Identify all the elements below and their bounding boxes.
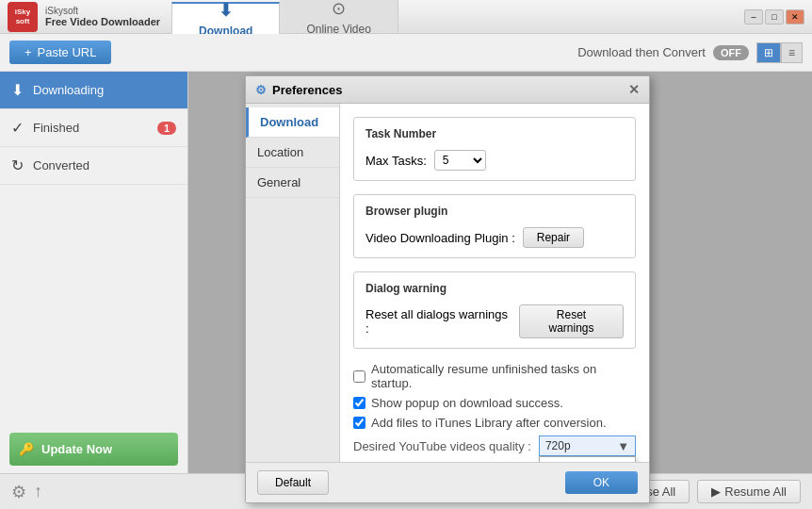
- dialog-content: Task Number Max Tasks: 5 1234 678 Br: [340, 104, 649, 462]
- tab-download[interactable]: ⬇ Download: [171, 2, 280, 35]
- app-logo: iSky soft: [8, 2, 38, 32]
- finished-icon: ✓: [11, 119, 24, 137]
- plugin-row: Video Downloading Plugin : Repair: [365, 227, 624, 248]
- minimize-button[interactable]: –: [744, 9, 763, 25]
- browser-plugin-title: Browser plugin: [365, 205, 624, 218]
- quality-dropdown-arrow[interactable]: ▼: [611, 437, 635, 455]
- dialog-body: Download Location General Task Number Ma…: [246, 104, 649, 462]
- close-button[interactable]: ✕: [786, 9, 804, 25]
- title-bar: iSky soft iSkysoft Free Video Downloader…: [0, 0, 812, 34]
- converted-icon: ↻: [11, 156, 24, 174]
- paste-url-button[interactable]: + Paste URL: [9, 41, 111, 64]
- update-now-label: Update Now: [41, 442, 112, 456]
- resume-icon: ▶: [711, 484, 721, 499]
- plugin-label: Video Downloading Plugin :: [365, 231, 515, 245]
- grid-view-button[interactable]: ⊞: [756, 42, 781, 63]
- show-popup-checkbox[interactable]: [353, 397, 365, 409]
- action-bar: + Paste URL Download then Convert OFF ⊞ …: [0, 34, 812, 72]
- tab-online-video-icon: ⊙: [332, 0, 346, 19]
- logo-text: iSky soft: [15, 8, 30, 25]
- tab-online-video[interactable]: ⊙ Online Video: [280, 0, 398, 33]
- prefs-icon: ⚙: [255, 83, 267, 97]
- quality-dropdown: 2160p 1440p 1080p 720p 480p 360p 240p: [539, 456, 636, 462]
- dialog-warning-section: Dialog warning Reset all dialogs warning…: [353, 271, 636, 349]
- checkbox-itunes: Add files to iTunes Library after conver…: [353, 416, 636, 430]
- sidebar-item-downloading-label: Downloading: [33, 83, 176, 97]
- sidebar-item-converted-label: Converted: [33, 158, 176, 172]
- quality-label: Desired YouTube videos quality :: [353, 439, 531, 453]
- task-number-section: Task Number Max Tasks: 5 1234 678: [353, 117, 636, 181]
- settings-icon[interactable]: ⚙: [11, 482, 26, 502]
- nav-item-general[interactable]: General: [246, 168, 339, 198]
- downloading-icon: ⬇: [11, 81, 24, 99]
- view-toggle: ⊞ ≡: [756, 42, 803, 63]
- sidebar: ⬇ Downloading ✓ Finished 1 ↻ Converted 🔑…: [0, 72, 188, 473]
- download-convert-toggle[interactable]: OFF: [713, 45, 749, 60]
- default-button[interactable]: Default: [257, 470, 329, 473]
- quality-row: Desired YouTube videos quality : ▼ 2160p…: [353, 435, 636, 456]
- dialog-close-button[interactable]: ✕: [628, 82, 640, 97]
- quality-input-row: ▼: [539, 435, 636, 456]
- task-number-title: Task Number: [365, 127, 624, 140]
- tab-download-icon: ⬇: [219, 0, 233, 21]
- resume-all-button[interactable]: ▶ Resume All: [697, 480, 801, 503]
- dialog-footer: Default OK: [246, 462, 649, 473]
- ok-button[interactable]: OK: [565, 471, 638, 473]
- reset-warnings-button[interactable]: Reset warnings: [519, 304, 624, 338]
- key-icon: 🔑: [19, 442, 34, 456]
- quality-input[interactable]: [540, 436, 611, 455]
- sidebar-item-downloading[interactable]: ⬇ Downloading: [0, 72, 187, 109]
- sidebar-item-finished-label: Finished: [33, 121, 148, 135]
- app-shell: iSky soft iSkysoft Free Video Downloader…: [0, 0, 812, 509]
- sidebar-items: ⬇ Downloading ✓ Finished 1 ↻ Converted: [0, 72, 187, 185]
- dialog-warning-title: Dialog warning: [365, 282, 624, 295]
- max-tasks-select[interactable]: 5 1234 678: [434, 150, 486, 171]
- sidebar-item-finished[interactable]: ✓ Finished 1: [0, 109, 187, 147]
- quality-dropdown-wrap: ▼ 2160p 1440p 1080p 720p 480p 360p 240p: [539, 435, 636, 456]
- itunes-checkbox[interactable]: [353, 417, 365, 429]
- dialog-title-bar: ⚙ Preferences ✕: [246, 76, 649, 104]
- sidebar-item-converted[interactable]: ↻ Converted: [0, 147, 187, 185]
- nav-item-download[interactable]: Download: [246, 107, 339, 138]
- app-brand: iSkysoft: [45, 6, 160, 16]
- browser-plugin-section: Browser plugin Video Downloading Plugin …: [353, 194, 636, 258]
- resume-all-label: Resume All: [724, 484, 787, 499]
- window-controls: – □ ✕: [744, 9, 804, 25]
- prefs-title-label: Preferences: [272, 83, 342, 97]
- show-popup-label: Show popup on download success.: [371, 396, 563, 410]
- upload-icon[interactable]: ↑: [34, 482, 42, 502]
- max-tasks-row: Max Tasks: 5 1234 678: [365, 150, 624, 171]
- download-convert-control: Download then Convert OFF ⊞ ≡: [577, 42, 803, 63]
- nav-item-location[interactable]: Location: [246, 138, 339, 168]
- dialog-title: ⚙ Preferences: [255, 83, 342, 97]
- checkbox-auto-resume: Automatically resume unfinished tasks on…: [353, 362, 636, 390]
- repair-button[interactable]: Repair: [523, 227, 584, 248]
- auto-resume-label: Automatically resume unfinished tasks on…: [371, 362, 636, 390]
- reset-row: Reset all dialogs warnings : Reset warni…: [365, 304, 624, 338]
- paste-label: Paste URL: [38, 45, 97, 59]
- auto-resume-checkbox[interactable]: [353, 370, 365, 383]
- app-full-name: Free Video Downloader: [45, 16, 160, 27]
- checkbox-show-popup: Show popup on download success.: [353, 396, 636, 410]
- finished-badge: 1: [157, 122, 176, 135]
- reset-label: Reset all dialogs warnings :: [365, 307, 512, 336]
- maximize-button[interactable]: □: [765, 9, 784, 25]
- itunes-label: Add files to iTunes Library after conver…: [371, 416, 607, 430]
- update-now-button[interactable]: 🔑 Update Now: [9, 433, 178, 466]
- dialog-nav: Download Location General: [246, 104, 340, 462]
- preferences-dialog: ⚙ Preferences ✕ Download Location Genera…: [245, 75, 650, 473]
- download-convert-label: Download then Convert: [577, 45, 706, 59]
- bottom-left-icons: ⚙ ↑: [11, 482, 42, 502]
- quality-option-2160p[interactable]: 2160p: [540, 457, 635, 462]
- max-tasks-label: Max Tasks:: [365, 154, 427, 168]
- list-view-button[interactable]: ≡: [781, 42, 803, 63]
- paste-icon: +: [24, 45, 32, 59]
